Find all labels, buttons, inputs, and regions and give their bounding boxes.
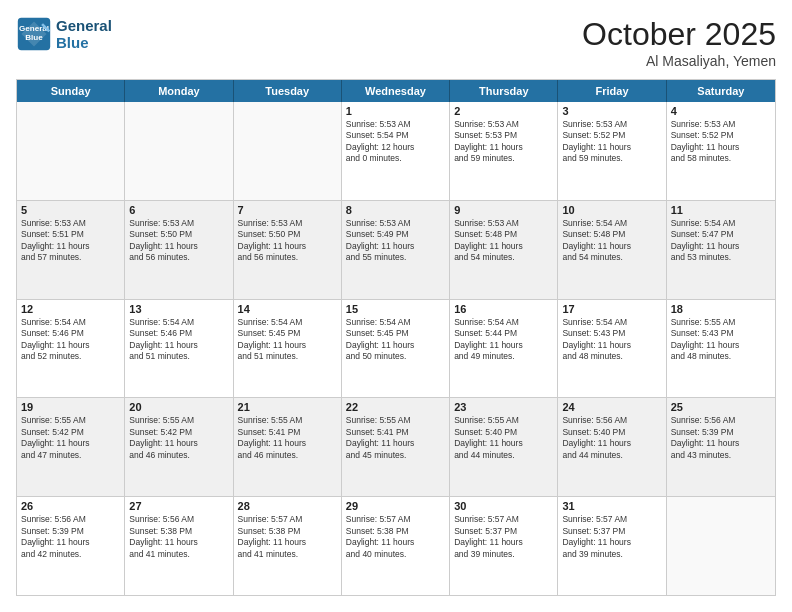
header-day-wednesday: Wednesday [342, 80, 450, 102]
calendar-cell: 29Sunrise: 5:57 AM Sunset: 5:38 PM Dayli… [342, 497, 450, 595]
day-number: 1 [346, 105, 445, 117]
day-number: 13 [129, 303, 228, 315]
calendar-cell: 2Sunrise: 5:53 AM Sunset: 5:53 PM Daylig… [450, 102, 558, 200]
calendar-row-1: 1Sunrise: 5:53 AM Sunset: 5:54 PM Daylig… [17, 102, 775, 201]
day-info: Sunrise: 5:53 AM Sunset: 5:52 PM Dayligh… [562, 119, 661, 165]
day-info: Sunrise: 5:56 AM Sunset: 5:39 PM Dayligh… [671, 415, 771, 461]
logo-icon: General Blue [16, 16, 52, 52]
day-info: Sunrise: 5:54 AM Sunset: 5:45 PM Dayligh… [238, 317, 337, 363]
day-number: 27 [129, 500, 228, 512]
day-number: 20 [129, 401, 228, 413]
day-info: Sunrise: 5:57 AM Sunset: 5:38 PM Dayligh… [346, 514, 445, 560]
day-info: Sunrise: 5:53 AM Sunset: 5:50 PM Dayligh… [129, 218, 228, 264]
day-number: 7 [238, 204, 337, 216]
day-info: Sunrise: 5:55 AM Sunset: 5:41 PM Dayligh… [346, 415, 445, 461]
calendar-cell [234, 102, 342, 200]
calendar-cell: 26Sunrise: 5:56 AM Sunset: 5:39 PM Dayli… [17, 497, 125, 595]
svg-text:Blue: Blue [25, 33, 43, 42]
calendar-cell: 8Sunrise: 5:53 AM Sunset: 5:49 PM Daylig… [342, 201, 450, 299]
calendar-cell: 21Sunrise: 5:55 AM Sunset: 5:41 PM Dayli… [234, 398, 342, 496]
calendar-cell: 16Sunrise: 5:54 AM Sunset: 5:44 PM Dayli… [450, 300, 558, 398]
calendar-cell [17, 102, 125, 200]
day-info: Sunrise: 5:53 AM Sunset: 5:53 PM Dayligh… [454, 119, 553, 165]
day-info: Sunrise: 5:56 AM Sunset: 5:40 PM Dayligh… [562, 415, 661, 461]
calendar-cell: 7Sunrise: 5:53 AM Sunset: 5:50 PM Daylig… [234, 201, 342, 299]
day-number: 25 [671, 401, 771, 413]
calendar-cell: 13Sunrise: 5:54 AM Sunset: 5:46 PM Dayli… [125, 300, 233, 398]
day-number: 9 [454, 204, 553, 216]
day-info: Sunrise: 5:54 AM Sunset: 5:43 PM Dayligh… [562, 317, 661, 363]
day-info: Sunrise: 5:55 AM Sunset: 5:42 PM Dayligh… [21, 415, 120, 461]
calendar-cell [667, 497, 775, 595]
day-info: Sunrise: 5:57 AM Sunset: 5:38 PM Dayligh… [238, 514, 337, 560]
day-number: 23 [454, 401, 553, 413]
day-number: 19 [21, 401, 120, 413]
day-number: 8 [346, 204, 445, 216]
location: Al Masaliyah, Yemen [582, 53, 776, 69]
header-day-thursday: Thursday [450, 80, 558, 102]
calendar-cell: 6Sunrise: 5:53 AM Sunset: 5:50 PM Daylig… [125, 201, 233, 299]
calendar-cell: 23Sunrise: 5:55 AM Sunset: 5:40 PM Dayli… [450, 398, 558, 496]
day-info: Sunrise: 5:54 AM Sunset: 5:48 PM Dayligh… [562, 218, 661, 264]
calendar-cell [125, 102, 233, 200]
calendar-cell: 27Sunrise: 5:56 AM Sunset: 5:38 PM Dayli… [125, 497, 233, 595]
day-number: 16 [454, 303, 553, 315]
day-number: 31 [562, 500, 661, 512]
calendar-cell: 31Sunrise: 5:57 AM Sunset: 5:37 PM Dayli… [558, 497, 666, 595]
day-number: 17 [562, 303, 661, 315]
day-number: 2 [454, 105, 553, 117]
title-block: October 2025 Al Masaliyah, Yemen [582, 16, 776, 69]
day-number: 22 [346, 401, 445, 413]
header-day-sunday: Sunday [17, 80, 125, 102]
calendar-body: 1Sunrise: 5:53 AM Sunset: 5:54 PM Daylig… [17, 102, 775, 595]
calendar-cell: 10Sunrise: 5:54 AM Sunset: 5:48 PM Dayli… [558, 201, 666, 299]
page: General Blue General Blue October 2025 A… [0, 0, 792, 612]
calendar-cell: 25Sunrise: 5:56 AM Sunset: 5:39 PM Dayli… [667, 398, 775, 496]
header-day-monday: Monday [125, 80, 233, 102]
day-number: 12 [21, 303, 120, 315]
day-info: Sunrise: 5:55 AM Sunset: 5:41 PM Dayligh… [238, 415, 337, 461]
calendar-cell: 19Sunrise: 5:55 AM Sunset: 5:42 PM Dayli… [17, 398, 125, 496]
calendar-cell: 17Sunrise: 5:54 AM Sunset: 5:43 PM Dayli… [558, 300, 666, 398]
day-number: 18 [671, 303, 771, 315]
day-info: Sunrise: 5:56 AM Sunset: 5:39 PM Dayligh… [21, 514, 120, 560]
calendar-cell: 18Sunrise: 5:55 AM Sunset: 5:43 PM Dayli… [667, 300, 775, 398]
calendar-cell: 1Sunrise: 5:53 AM Sunset: 5:54 PM Daylig… [342, 102, 450, 200]
day-info: Sunrise: 5:53 AM Sunset: 5:54 PM Dayligh… [346, 119, 445, 165]
day-number: 30 [454, 500, 553, 512]
calendar-cell: 22Sunrise: 5:55 AM Sunset: 5:41 PM Dayli… [342, 398, 450, 496]
day-number: 26 [21, 500, 120, 512]
day-info: Sunrise: 5:56 AM Sunset: 5:38 PM Dayligh… [129, 514, 228, 560]
day-info: Sunrise: 5:53 AM Sunset: 5:50 PM Dayligh… [238, 218, 337, 264]
calendar-cell: 5Sunrise: 5:53 AM Sunset: 5:51 PM Daylig… [17, 201, 125, 299]
day-info: Sunrise: 5:53 AM Sunset: 5:51 PM Dayligh… [21, 218, 120, 264]
calendar-cell: 3Sunrise: 5:53 AM Sunset: 5:52 PM Daylig… [558, 102, 666, 200]
calendar-cell: 11Sunrise: 5:54 AM Sunset: 5:47 PM Dayli… [667, 201, 775, 299]
header: General Blue General Blue October 2025 A… [16, 16, 776, 69]
day-info: Sunrise: 5:57 AM Sunset: 5:37 PM Dayligh… [562, 514, 661, 560]
header-day-tuesday: Tuesday [234, 80, 342, 102]
calendar-cell: 14Sunrise: 5:54 AM Sunset: 5:45 PM Dayli… [234, 300, 342, 398]
day-info: Sunrise: 5:55 AM Sunset: 5:43 PM Dayligh… [671, 317, 771, 363]
day-number: 15 [346, 303, 445, 315]
day-number: 6 [129, 204, 228, 216]
day-info: Sunrise: 5:54 AM Sunset: 5:45 PM Dayligh… [346, 317, 445, 363]
day-info: Sunrise: 5:55 AM Sunset: 5:40 PM Dayligh… [454, 415, 553, 461]
calendar-cell: 4Sunrise: 5:53 AM Sunset: 5:52 PM Daylig… [667, 102, 775, 200]
calendar-row-5: 26Sunrise: 5:56 AM Sunset: 5:39 PM Dayli… [17, 497, 775, 595]
day-info: Sunrise: 5:53 AM Sunset: 5:52 PM Dayligh… [671, 119, 771, 165]
calendar-cell: 24Sunrise: 5:56 AM Sunset: 5:40 PM Dayli… [558, 398, 666, 496]
logo-text: General Blue [56, 17, 112, 52]
day-number: 3 [562, 105, 661, 117]
day-number: 21 [238, 401, 337, 413]
day-number: 14 [238, 303, 337, 315]
day-info: Sunrise: 5:53 AM Sunset: 5:48 PM Dayligh… [454, 218, 553, 264]
day-number: 28 [238, 500, 337, 512]
calendar-row-2: 5Sunrise: 5:53 AM Sunset: 5:51 PM Daylig… [17, 201, 775, 300]
day-number: 4 [671, 105, 771, 117]
calendar-cell: 30Sunrise: 5:57 AM Sunset: 5:37 PM Dayli… [450, 497, 558, 595]
day-number: 11 [671, 204, 771, 216]
day-info: Sunrise: 5:57 AM Sunset: 5:37 PM Dayligh… [454, 514, 553, 560]
calendar: SundayMondayTuesdayWednesdayThursdayFrid… [16, 79, 776, 596]
day-info: Sunrise: 5:54 AM Sunset: 5:46 PM Dayligh… [21, 317, 120, 363]
